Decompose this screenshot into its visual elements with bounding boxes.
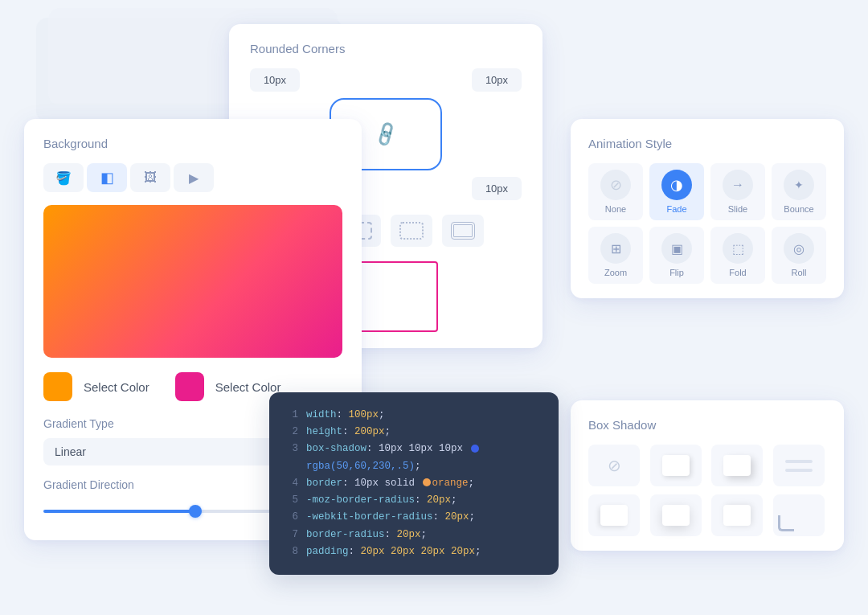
gradient-icon: ◧	[100, 169, 114, 187]
bg-tab-video[interactable]: ▶	[174, 163, 214, 192]
code-text-2: height: 200px;	[306, 424, 541, 441]
line-num-5: 5	[287, 492, 298, 509]
line-num-1: 1	[287, 407, 298, 424]
line-num-3: 3	[287, 441, 298, 475]
anim-label-bounce: Bounce	[784, 204, 813, 214]
code-line-4: 4 border: 10px solid orange;	[287, 475, 541, 492]
anim-item-fold[interactable]: ⬚ Fold	[710, 227, 765, 284]
shadow-item-6[interactable]	[711, 494, 763, 536]
corner-top-inputs	[250, 68, 522, 92]
anim-item-zoom[interactable]: ⊞ Zoom	[588, 227, 643, 284]
animation-grid: ⊘ None ◑ Fade → Slide ✦ Bounce ⊞ Zoom ▣ …	[588, 163, 826, 284]
double-preview	[451, 222, 475, 240]
rounded-corners-title: Rounded Corners	[250, 42, 522, 55]
anim-label-fade: Fade	[666, 204, 686, 214]
shadow-grid: ⊘	[588, 445, 826, 536]
shadow-item-corner[interactable]	[773, 494, 825, 536]
anim-item-fade[interactable]: ◑ Fade	[649, 163, 704, 220]
anim-item-slide[interactable]: → Slide	[710, 163, 765, 220]
shadow-item-4[interactable]	[588, 494, 640, 536]
bg-tab-image[interactable]: 🖼	[130, 163, 170, 192]
slider-thumb[interactable]	[189, 505, 202, 518]
line-num-7: 7	[287, 527, 298, 543]
line-num-2: 2	[287, 424, 298, 441]
anim-item-none[interactable]: ⊘ None	[588, 163, 643, 220]
anim-icon-fold: ⬚	[723, 233, 753, 264]
paint-icon: 🪣	[55, 170, 72, 186]
image-icon: 🖼	[144, 170, 157, 185]
video-icon: ▶	[189, 170, 199, 186]
code-line-8: 8 padding: 20px 20px 20px 20px;	[287, 543, 541, 560]
top-left-input[interactable]	[250, 68, 300, 92]
animation-title: Animation Style	[588, 137, 826, 150]
anim-icon-flip: ▣	[661, 233, 692, 264]
anim-icon-none: ⊘	[600, 170, 631, 200]
code-text-7: border-radius: 20px;	[306, 527, 541, 543]
code-line-7: 7 border-radius: 20px;	[287, 527, 541, 543]
anim-icon-zoom: ⊞	[600, 233, 631, 264]
anim-icon-bounce: ✦	[784, 170, 814, 200]
link-icon: 🔗	[371, 120, 400, 149]
animation-card: Animation Style ⊘ None ◑ Fade → Slide ✦ …	[571, 119, 844, 298]
shadow-preview-1	[662, 455, 690, 476]
line-num-8: 8	[287, 543, 298, 560]
shadow-item-none[interactable]: ⊘	[588, 445, 640, 486]
direction-slider[interactable]	[43, 510, 276, 513]
anim-icon-roll: ◎	[784, 233, 814, 264]
anim-label-roll: Roll	[792, 268, 807, 277]
border-style-double[interactable]	[442, 215, 484, 247]
box-shadow-title: Box Shadow	[588, 418, 826, 432]
line-num-6: 6	[287, 509, 298, 526]
corner-shadow-preview	[778, 515, 794, 531]
dotted-preview	[399, 222, 424, 240]
code-block: 1 width: 100px; 2 height: 200px; 3 box-s…	[269, 392, 559, 575]
code-text-4: border: 10px solid orange;	[306, 475, 541, 492]
anim-item-roll[interactable]: ◎ Roll	[772, 227, 826, 284]
anim-icon-fade: ◑	[661, 170, 692, 200]
anim-label-flip: Flip	[669, 268, 684, 277]
code-line-2: 2 height: 200px;	[287, 424, 541, 441]
anim-label-none: None	[605, 204, 626, 214]
box-shadow-card: Box Shadow ⊘	[571, 400, 844, 551]
shadow-item-3[interactable]	[773, 445, 825, 486]
shadow-item-5[interactable]	[650, 494, 702, 536]
anim-item-flip[interactable]: ▣ Flip	[649, 227, 704, 284]
code-line-3: 3 box-shadow: 10px 10px 10px rgba(50,60,…	[287, 441, 541, 475]
shadow-preview-6	[723, 505, 751, 526]
gradient-preview	[43, 205, 342, 358]
shadow-item-2[interactable]	[711, 445, 763, 486]
shadow-item-1[interactable]	[650, 445, 702, 486]
shadow-line-1	[785, 460, 813, 463]
bg-tab-gradient[interactable]: ◧	[87, 163, 127, 192]
shadow-preview-4	[600, 505, 628, 526]
shadow-preview-5	[662, 505, 690, 526]
anim-item-bounce[interactable]: ✦ Bounce	[772, 163, 826, 220]
select-color-label-2[interactable]: Select Color	[215, 380, 281, 394]
select-color-label-1[interactable]: Select Color	[84, 380, 149, 394]
code-text-5: -moz-border-radius: 20px;	[306, 492, 541, 509]
anim-icon-slide: →	[723, 170, 753, 200]
background-title: Background	[43, 137, 342, 150]
color-swatch-1[interactable]	[43, 372, 72, 401]
shadow-line-2	[785, 469, 813, 472]
no-shadow-icon: ⊘	[608, 456, 621, 475]
code-text-6: -webkit-border-radius: 20px;	[306, 509, 541, 526]
shadow-preview-2	[723, 455, 751, 476]
anim-label-slide: Slide	[728, 204, 747, 214]
line-num-4: 4	[287, 475, 298, 492]
anim-label-zoom: Zoom	[604, 268, 627, 277]
background-tabs: 🪣 ◧ 🖼 ▶	[43, 163, 342, 192]
code-line-5: 5 -moz-border-radius: 20px;	[287, 492, 541, 509]
code-line-6: 6 -webkit-border-radius: 20px;	[287, 509, 541, 526]
code-line-1: 1 width: 100px;	[287, 407, 541, 424]
anim-label-fold: Fold	[729, 268, 746, 277]
code-text-1: width: 100px;	[306, 407, 541, 424]
top-right-input[interactable]	[472, 68, 522, 92]
color-swatch-2[interactable]	[175, 372, 204, 401]
code-text-3: box-shadow: 10px 10px 10px rgba(50,60,23…	[306, 441, 541, 475]
border-style-dotted[interactable]	[391, 215, 432, 247]
bg-tab-paint[interactable]: 🪣	[43, 163, 84, 192]
code-text-8: padding: 20px 20px 20px 20px;	[306, 543, 541, 560]
bottom-right-input[interactable]	[472, 177, 522, 200]
